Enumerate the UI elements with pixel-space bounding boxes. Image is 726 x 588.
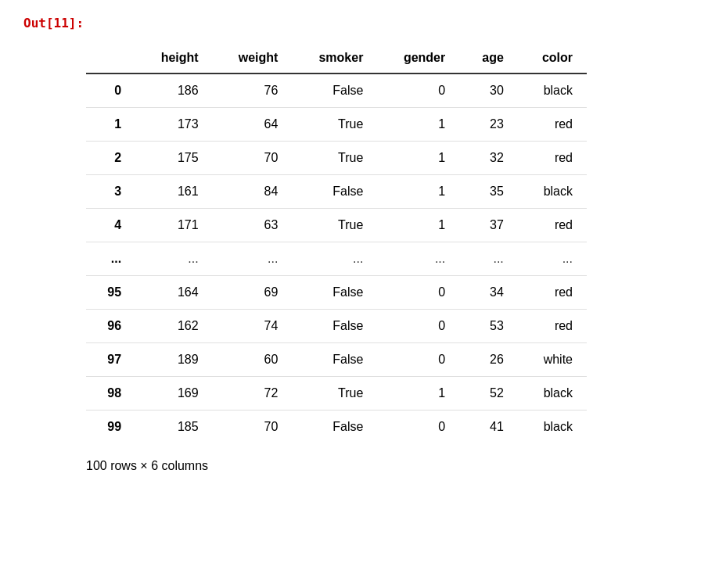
table-row: 99 185 70 False 0 41 black (86, 411, 587, 444)
cell-height: 186 (135, 74, 213, 108)
table-row: 95 164 69 False 0 34 red (86, 276, 587, 310)
cell-height: 185 (135, 411, 213, 444)
cell-smoker: False (292, 411, 377, 444)
table-row: 2 175 70 True 1 32 red (86, 142, 587, 175)
cell-height: 161 (135, 175, 213, 209)
cell-gender: 1 (377, 209, 459, 242)
cell-color: black (518, 377, 587, 411)
cell-age: 34 (459, 276, 518, 310)
cell-age: 37 (459, 209, 518, 242)
cell-smoker: True (292, 108, 377, 142)
cell-smoker: False (292, 343, 377, 377)
cell-height: 173 (135, 108, 213, 142)
cell-index: 1 (86, 108, 135, 142)
table-row: 3 161 84 False 1 35 black (86, 175, 587, 209)
cell-color: red (518, 310, 587, 343)
cell-age: 30 (459, 74, 518, 108)
col-header-height: height (135, 43, 213, 74)
cell-smoker: True (292, 209, 377, 242)
cell-smoker: True (292, 377, 377, 411)
cell-index: 4 (86, 209, 135, 242)
ellipsis-cell-4: ... (377, 242, 459, 276)
cell-age: 53 (459, 310, 518, 343)
cell-index: 98 (86, 377, 135, 411)
cell-height: 164 (135, 276, 213, 310)
table-row: 1 173 64 True 1 23 red (86, 108, 587, 142)
cell-weight: 84 (213, 175, 293, 209)
ellipsis-cell-3: ... (292, 242, 377, 276)
cell-index: 2 (86, 142, 135, 175)
cell-index: 95 (86, 276, 135, 310)
cell-gender: 1 (377, 377, 459, 411)
cell-gender: 0 (377, 310, 459, 343)
cell-smoker: False (292, 310, 377, 343)
cell-color: red (518, 276, 587, 310)
cell-color: red (518, 209, 587, 242)
col-header-gender: gender (377, 43, 459, 74)
cell-gender: 0 (377, 276, 459, 310)
table-row: 96 162 74 False 0 53 red (86, 310, 587, 343)
data-table: height weight smoker gender age color 0 … (86, 43, 587, 443)
cell-height: 169 (135, 377, 213, 411)
table-row: 4 171 63 True 1 37 red (86, 209, 587, 242)
ellipsis-row: ..................... (86, 242, 587, 276)
ellipsis-cell-1: ... (135, 242, 213, 276)
col-header-color: color (518, 43, 587, 74)
cell-index: 0 (86, 74, 135, 108)
cell-height: 189 (135, 343, 213, 377)
table-row: 98 169 72 True 1 52 black (86, 377, 587, 411)
cell-gender: 0 (377, 74, 459, 108)
cell-age: 35 (459, 175, 518, 209)
cell-gender: 1 (377, 108, 459, 142)
cell-age: 52 (459, 377, 518, 411)
ellipsis-cell-0: ... (86, 242, 135, 276)
cell-color: black (518, 175, 587, 209)
cell-smoker: False (292, 276, 377, 310)
cell-smoker: True (292, 142, 377, 175)
cell-age: 23 (459, 108, 518, 142)
cell-age: 26 (459, 343, 518, 377)
cell-weight: 76 (213, 74, 293, 108)
cell-weight: 63 (213, 209, 293, 242)
ellipsis-cell-2: ... (213, 242, 293, 276)
table-container: height weight smoker gender age color 0 … (23, 43, 703, 473)
cell-weight: 72 (213, 377, 293, 411)
cell-color: red (518, 108, 587, 142)
cell-weight: 70 (213, 142, 293, 175)
cell-weight: 70 (213, 411, 293, 444)
cell-age: 32 (459, 142, 518, 175)
cell-smoker: False (292, 175, 377, 209)
ellipsis-cell-5: ... (459, 242, 518, 276)
cell-gender: 1 (377, 175, 459, 209)
table-row: 97 189 60 False 0 26 white (86, 343, 587, 377)
cell-color: black (518, 411, 587, 444)
cell-weight: 74 (213, 310, 293, 343)
cell-gender: 1 (377, 142, 459, 175)
cell-weight: 64 (213, 108, 293, 142)
col-header-smoker: smoker (292, 43, 377, 74)
cell-height: 162 (135, 310, 213, 343)
cell-index: 3 (86, 175, 135, 209)
cell-weight: 69 (213, 276, 293, 310)
cell-height: 171 (135, 209, 213, 242)
cell-index: 97 (86, 343, 135, 377)
cell-smoker: False (292, 74, 377, 108)
cell-height: 175 (135, 142, 213, 175)
output-label: Out[11]: (23, 16, 703, 30)
col-header-index (86, 43, 135, 74)
col-header-weight: weight (213, 43, 293, 74)
col-header-age: age (459, 43, 518, 74)
cell-index: 99 (86, 411, 135, 444)
cell-color: white (518, 343, 587, 377)
ellipsis-cell-6: ... (518, 242, 587, 276)
cell-index: 96 (86, 310, 135, 343)
cell-weight: 60 (213, 343, 293, 377)
table-row: 0 186 76 False 0 30 black (86, 74, 587, 108)
cell-color: black (518, 74, 587, 108)
footer-text: 100 rows × 6 columns (86, 459, 703, 473)
table-header-row: height weight smoker gender age color (86, 43, 587, 74)
cell-gender: 0 (377, 411, 459, 444)
cell-gender: 0 (377, 343, 459, 377)
cell-color: red (518, 142, 587, 175)
cell-age: 41 (459, 411, 518, 444)
